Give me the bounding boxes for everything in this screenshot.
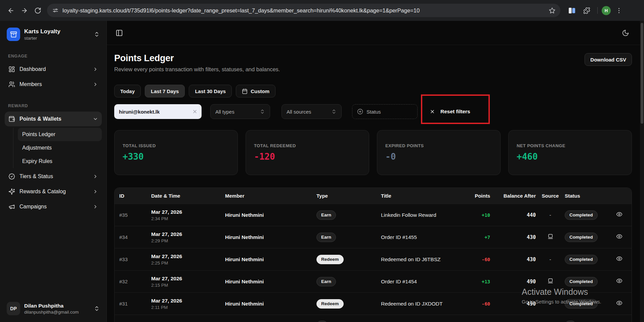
- row-title: Order ID #1455: [381, 234, 472, 240]
- reset-filters-label: Reset filters: [440, 109, 470, 115]
- browser-menu-button[interactable]: [612, 4, 626, 17]
- wallet-icon: [8, 116, 15, 122]
- bookmark-star-icon[interactable]: [549, 7, 556, 14]
- stat-card-total-issued: TOTAL ISSUED +330: [114, 130, 238, 175]
- stat-card-total-redeemed: TOTAL REDEEMED -120: [246, 130, 369, 175]
- type-badge: Earn: [316, 277, 336, 286]
- extensions-button[interactable]: [580, 4, 593, 17]
- row-source: [536, 233, 565, 241]
- source-filter-select[interactable]: All sources: [282, 104, 342, 119]
- chevron-right-icon: [93, 204, 98, 209]
- row-id: #33: [119, 256, 151, 262]
- row-member: Hiruni Nethmini: [225, 256, 316, 263]
- dark-mode-toggle-icon[interactable]: [622, 29, 629, 37]
- stat-label: TOTAL REDEEMED: [254, 143, 361, 148]
- reload-icon: [34, 7, 41, 14]
- megaphone-icon: [8, 203, 15, 210]
- toolbar-divider: [597, 7, 598, 14]
- filters-bar: All types All sources Status Reset filte…: [114, 104, 632, 119]
- url-text[interactable]: loyalty-staging.karts.cloud/t/735d91l6/p…: [62, 7, 549, 14]
- sidebar-toggle-icon[interactable]: [116, 29, 123, 37]
- table-row: #31 Mar 27, 2026 2:11 PM Hiruni Nethmini…: [115, 292, 632, 315]
- preset-custom-button[interactable]: Custom: [236, 85, 275, 97]
- row-points: +13: [472, 279, 490, 284]
- row-member: Hiruni Nethmini: [225, 301, 316, 307]
- stats-cards: TOTAL ISSUED +330 TOTAL REDEEMED -120 EX…: [114, 130, 632, 175]
- preset-last-7-days-button[interactable]: Last 7 Days: [145, 85, 185, 97]
- row-balance: 430: [490, 256, 536, 263]
- table-row: #32 Mar 27, 2026 2:15 PM Hiruni Nethmini…: [115, 270, 632, 292]
- stat-card-net-points-change: NET POINTS CHANGE +460: [508, 130, 632, 175]
- row-member: Hiruni Nethmini: [225, 279, 316, 285]
- site-settings-icon[interactable]: [52, 7, 58, 13]
- sidebar-item-label: Tiers & Status: [19, 173, 53, 179]
- status-badge: Completed: [565, 277, 598, 286]
- back-button[interactable]: [4, 4, 17, 17]
- address-bar[interactable]: loyalty-staging.karts.cloud/t/735d91l6/p…: [47, 4, 560, 17]
- row-datetime: Mar 27, 2026 2:29 PM: [151, 231, 225, 243]
- col-date-time: Date & Time: [151, 193, 225, 199]
- type-badge: Redeem: [316, 255, 344, 264]
- sidebar-item-label: Dashboard: [19, 66, 46, 72]
- sidebar-item-adjustments[interactable]: Adjustments: [18, 141, 102, 155]
- sidebar-item-label: Campaigns: [19, 204, 47, 210]
- x-icon: [430, 109, 435, 114]
- status-filter-button[interactable]: Status: [352, 104, 418, 119]
- member-search-input[interactable]: [119, 109, 192, 115]
- view-details-eye-icon[interactable]: [616, 255, 622, 262]
- scrollbar-thumb[interactable]: [641, 23, 643, 124]
- sidebar-item-expiry-rules[interactable]: Expiry Rules: [18, 155, 102, 168]
- browser-profile-avatar[interactable]: H: [602, 6, 611, 15]
- preset-last-30-days-button[interactable]: Last 30 Days: [189, 85, 232, 97]
- date-preset-group: Today Last 7 Days Last 30 Days Custom: [114, 85, 632, 97]
- app-topbar: [107, 21, 644, 45]
- row-title: Redeemed on ID JXDODT: [381, 301, 472, 307]
- sparkles-icon: [8, 188, 15, 195]
- row-title: Redeemed on ID J6TBSZ: [381, 256, 472, 263]
- reset-filters-button[interactable]: Reset filters: [430, 109, 470, 115]
- sidebar-item-label: Members: [19, 81, 42, 87]
- sidebar-item-points-wallets[interactable]: Points & Wallets: [5, 112, 102, 126]
- type-badge: Earn: [316, 233, 336, 242]
- download-csv-button[interactable]: Download CSV: [585, 53, 632, 66]
- sidebar-item-campaigns[interactable]: Campaigns: [5, 199, 102, 214]
- arrow-right-icon: [21, 7, 28, 14]
- page-scrollbar[interactable]: [640, 21, 644, 322]
- arrow-left-icon: [7, 7, 14, 14]
- row-points: -60: [472, 301, 490, 307]
- browser-toolbar: loyalty-staging.karts.cloud/t/735d91l6/p…: [0, 0, 644, 21]
- account-switcher[interactable]: DP Dilan Pushpitha dilanpushpitha@gmail.…: [5, 300, 102, 317]
- type-filter-select[interactable]: All types: [210, 104, 270, 119]
- row-id: #32: [119, 279, 151, 284]
- sidebar-item-dashboard[interactable]: Dashboard: [5, 62, 102, 77]
- brand-logo: [7, 28, 20, 41]
- row-balance: 490: [490, 279, 536, 285]
- sidebar-item-tiers-status[interactable]: Tiers & Status: [5, 169, 102, 184]
- clear-search-icon[interactable]: [192, 109, 198, 114]
- stat-label: EXPIRED POINTS: [385, 143, 492, 148]
- chevrons-up-down-icon: [94, 31, 100, 37]
- sidebar-item-points-ledger[interactable]: Points Ledger: [18, 128, 102, 141]
- side-panel-icon: [568, 7, 575, 14]
- stat-value: +330: [123, 152, 229, 162]
- sidebar-item-label: Points & Wallets: [19, 116, 61, 122]
- col-id: ID: [119, 193, 151, 199]
- table-row: #34 Mar 27, 2026 2:29 PM Hiruni Nethmini…: [115, 226, 632, 248]
- preset-today-button[interactable]: Today: [114, 85, 141, 97]
- reload-button[interactable]: [31, 4, 44, 17]
- view-details-eye-icon[interactable]: [616, 278, 622, 284]
- sidebar-item-label: Rewards & Catalog: [19, 189, 66, 195]
- view-details-eye-icon[interactable]: [616, 211, 622, 217]
- page-subtitle: Review every points transaction with fil…: [114, 66, 280, 73]
- workspace-switcher[interactable]: Karts Loyalty starter: [5, 26, 102, 42]
- sidebar-item-members[interactable]: Members: [5, 77, 102, 92]
- forward-button[interactable]: [17, 4, 31, 17]
- view-details-eye-icon[interactable]: [616, 233, 622, 240]
- table-row: #35 Mar 27, 2026 2:34 PM Hiruni Nethmini…: [115, 204, 632, 226]
- col-type: Type: [316, 193, 381, 199]
- page-title: Points Ledger: [114, 53, 280, 64]
- side-panel-button[interactable]: [565, 4, 578, 17]
- type-badge: [316, 321, 328, 322]
- view-details-eye-icon[interactable]: [616, 300, 622, 306]
- sidebar-item-rewards-catalog[interactable]: Rewards & Catalog: [5, 184, 102, 199]
